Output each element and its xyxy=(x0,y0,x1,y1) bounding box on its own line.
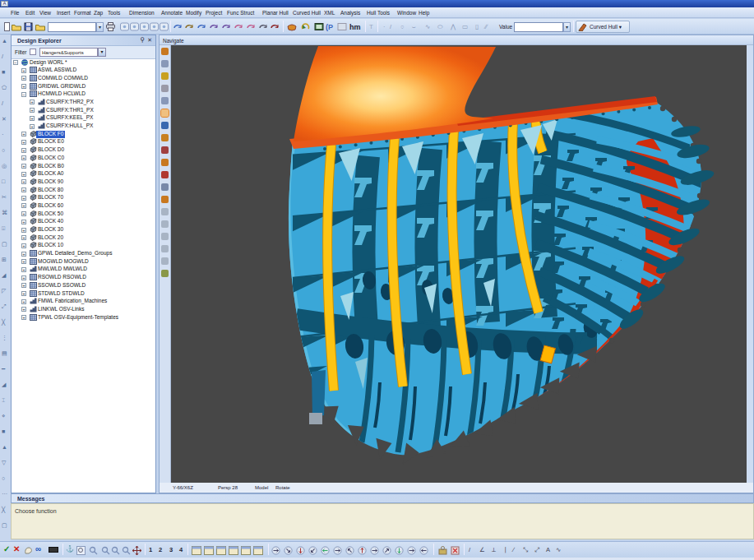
svg-text:hm: hm xyxy=(349,23,361,31)
svg-text:(P: (P xyxy=(326,23,333,31)
